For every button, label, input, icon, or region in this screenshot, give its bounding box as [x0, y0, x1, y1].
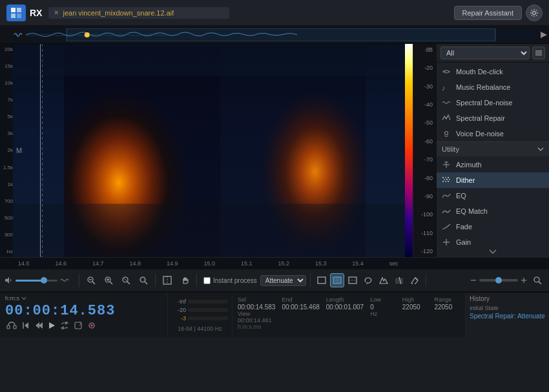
info-col-end: End 00:00:15.468 [279, 295, 322, 335]
freq-label-500: 500 [5, 215, 13, 221]
db-label-40: -40 [415, 101, 435, 108]
freq-select-button[interactable] [346, 273, 360, 287]
headphones-svg [6, 321, 17, 330]
magic-select-button[interactable] [377, 273, 391, 287]
file-close-icon[interactable]: ✕ [54, 9, 59, 16]
rewind-svg [35, 322, 43, 329]
repair-assistant-button[interactable]: Repair Assistant [454, 6, 522, 20]
harmonic-select-button[interactable] [392, 273, 406, 287]
zoom-out-button[interactable] [83, 273, 99, 288]
waveform-overview[interactable] [0, 26, 549, 44]
info-value-high: 22050 [402, 304, 428, 311]
record-button[interactable] [87, 321, 97, 331]
play-svg [48, 322, 56, 329]
zoom-in-button[interactable] [101, 273, 116, 288]
sidebar-filter-select[interactable]: All Repair Utility [440, 46, 530, 59]
playback-slider-container[interactable] [4, 276, 75, 284]
zoom-selection-button[interactable] [136, 273, 151, 288]
file-name-label: jean vincent_mixdown_snare.12.aif [63, 9, 174, 17]
info-sub-format: h:m:s.ms [238, 324, 275, 330]
sidebar-scroll-arrow[interactable] [437, 245, 549, 257]
sidebar-item-spectral-repair[interactable]: Spectral Repair [437, 110, 549, 126]
file-tab[interactable]: ✕ jean vincent_mixdown_snare.12.aif [48, 7, 229, 19]
meter-label-m3: -3 [172, 315, 186, 322]
sidebar-item-gain[interactable]: Gain [437, 234, 549, 245]
main-area: 20k 15k 10k 7k 5k 3k 2k 1.5k 1k 700 500 … [0, 44, 549, 257]
loop-selection-button[interactable] [72, 321, 84, 331]
meter-bar-right [188, 308, 228, 312]
sidebar-list[interactable]: Mouth De-click ♪ Music Rebalance Spectra… [437, 63, 549, 245]
zoom-reset-button[interactable] [530, 273, 545, 288]
instant-process-label[interactable]: Instant process [213, 277, 257, 284]
toolbar-sep-1 [79, 274, 79, 287]
meter-bar-20: -20 [172, 307, 228, 313]
select-tool-button[interactable] [160, 273, 175, 288]
sidebar-item-mouth-declick[interactable]: Mouth De-click [437, 64, 549, 79]
loop-button[interactable] [59, 321, 70, 331]
svg-rect-2 [11, 14, 16, 18]
gain-icon [442, 238, 451, 245]
transport-section: h:m:s 00:00:14.583 [0, 293, 168, 337]
instant-process-checkbox[interactable] [203, 277, 211, 284]
attenuate-select[interactable]: Attenuate Replace Fill [260, 275, 306, 286]
svg-rect-27 [448, 177, 449, 178]
sidebar-item-fade[interactable]: Fade [437, 219, 549, 234]
sidebar-item-voice-denoise[interactable]: Voice De-noise [437, 126, 549, 141]
sidebar-item-azimuth[interactable]: Azimuth [437, 157, 549, 172]
zoom-slider-input[interactable] [479, 279, 518, 282]
section-header-utility[interactable]: Utility [437, 141, 549, 157]
dither-icon [442, 176, 451, 185]
sidebar-item-eq[interactable]: EQ [437, 188, 549, 203]
sidebar-item-spectral-denoise[interactable]: Spectral De-noise [437, 95, 549, 110]
svg-rect-3 [17, 14, 21, 18]
info-value-low: 0 [370, 304, 396, 311]
svg-rect-31 [442, 181, 444, 182]
svg-rect-1 [17, 8, 21, 12]
info-section: Sel 00:00:14.583 View 00:00:14.461 h:m:s… [233, 293, 465, 337]
svg-line-55 [127, 282, 130, 284]
spectrogram-container[interactable]: M [13, 44, 405, 257]
zoom-fit-svg [121, 276, 130, 285]
volume-slider[interactable] [16, 280, 57, 282]
music-rebalance-icon: ♪ [442, 83, 451, 92]
top-bar: RX ✕ jean vincent_mixdown_snare.12.aif R… [0, 0, 549, 26]
waveform-inner[interactable] [26, 28, 536, 41]
app-logo-text: RX [30, 8, 42, 18]
sidebar-item-dither[interactable]: Dither [437, 172, 549, 188]
time-format[interactable]: h:m:s [5, 295, 162, 302]
info-label-end: End [282, 296, 319, 303]
rect-select-button[interactable] [315, 273, 329, 287]
rewind-button[interactable] [34, 321, 44, 331]
pencil-svg [410, 276, 419, 284]
sidebar-item-label-voice-denoise: Voice De-noise [456, 130, 504, 138]
m-label: M [16, 147, 22, 154]
svg-marker-46 [5, 277, 9, 284]
svg-rect-12 [13, 44, 405, 76]
time-label-153: 15.3 [315, 260, 327, 267]
svg-rect-62 [318, 277, 326, 284]
time-select-button[interactable] [330, 273, 344, 287]
info-label-low: Low [370, 296, 396, 303]
skip-start-button[interactable] [21, 321, 31, 331]
meter-bar-left [188, 300, 228, 304]
lasso-select-button[interactable] [361, 273, 375, 287]
time-axis-inner: 14.5 14.6 14.7 14.8 14.9 15.0 15.1 15.2 … [13, 260, 404, 267]
pencil-tool-button[interactable] [408, 273, 422, 287]
svg-point-81 [90, 324, 93, 327]
info-label-view: View [238, 311, 250, 317]
pan-tool-button[interactable] [177, 273, 192, 288]
svg-rect-59 [141, 278, 145, 282]
info-label-range: Range [434, 296, 460, 303]
headphones-button[interactable] [5, 320, 18, 332]
sidebar-item-music-rebalance[interactable]: ♪ Music Rebalance [437, 79, 549, 95]
svg-rect-32 [445, 181, 446, 182]
zoom-fit-button[interactable] [118, 273, 134, 288]
settings-icon[interactable] [526, 5, 543, 21]
sidebar-item-eq-match[interactable]: EQ Match [437, 203, 549, 219]
sidebar-menu-icon[interactable] [532, 46, 545, 59]
eq-svg [442, 192, 451, 200]
play-button[interactable] [47, 321, 57, 331]
history-entry[interactable]: Spectral Repair: Attenuate [470, 313, 545, 320]
freq-label-5k: 5k [8, 114, 13, 119]
menu-lines-svg [535, 50, 543, 56]
